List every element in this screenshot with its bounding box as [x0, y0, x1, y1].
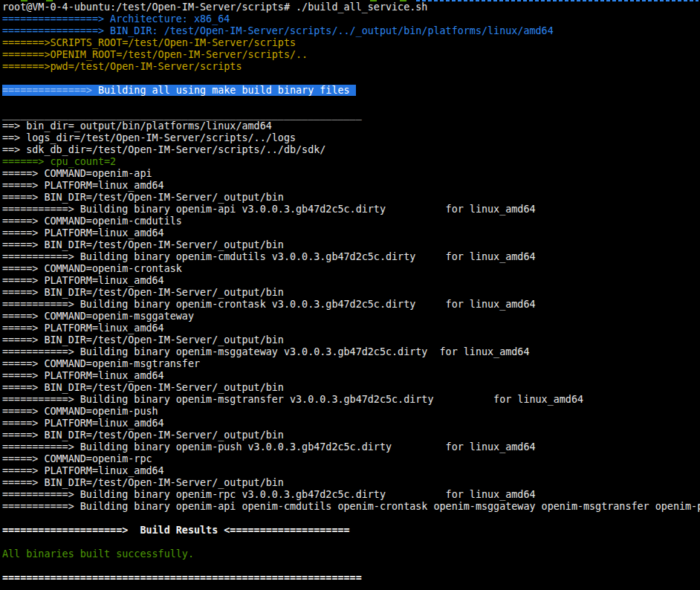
- terminal-line-text: ===========> Building binary openim-msgt…: [2, 394, 583, 405]
- terminal-line: =====> PLATFORM=linux_amd64: [2, 322, 700, 334]
- terminal-line-text: =====> COMMAND=openim-crontask: [2, 263, 182, 274]
- terminal-line: [2, 536, 700, 548]
- terminal-line: =====> COMMAND=openim-cmdutils: [2, 215, 700, 227]
- terminal-line: ==============> Building all using make …: [2, 85, 700, 97]
- terminal-line-text: =====> PLATFORM=linux_amd64: [2, 370, 164, 381]
- terminal-line-text: root@VM-0-4-ubuntu:/test/Open-IM-Server/…: [2, 1, 427, 13]
- terminal-line: =====> COMMAND=openim-msgtransfer: [2, 358, 700, 370]
- terminal-line: =====> COMMAND=openim-api: [2, 168, 700, 180]
- terminal-line-text: =====> BIN_DIR=/test/Open-IM-Server/_out…: [2, 382, 284, 393]
- terminal-line: =====> COMMAND=openim-msggateway: [2, 311, 700, 322]
- terminal-line: All binaries built successfully.: [2, 548, 700, 560]
- terminal-line: =====> PLATFORM=linux_amd64: [2, 227, 700, 239]
- terminal-line: ==> bin_dir=_output/bin/platforms/linux/…: [2, 120, 700, 132]
- terminal-line-text: ________________________________________…: [2, 108, 362, 120]
- terminal-line: =====> COMMAND=openim-crontask: [2, 263, 700, 275]
- terminal-line: ===========> Building binary openim-api …: [2, 204, 700, 215]
- terminal-line-text: ================> BIN_DIR: /test/Open-IM…: [2, 25, 554, 36]
- terminal-line-text: =======>SCRIPTS_ROOT=/test/Open-IM-Serve…: [2, 37, 296, 48]
- terminal-line: =====> BIN_DIR=/test/Open-IM-Server/_out…: [2, 239, 700, 251]
- terminal-line: ===========> Building binary openim-rpc …: [2, 489, 700, 501]
- terminal-line-text: =====> COMMAND=openim-rpc: [2, 453, 152, 464]
- terminal-line: ________________________________________…: [2, 108, 700, 120]
- terminal-line: ===========> Building binary openim-cron…: [2, 299, 700, 311]
- terminal-line: ================> BIN_DIR: /test/Open-IM…: [2, 25, 700, 37]
- terminal-line-text: =====> COMMAND=openim-push: [2, 406, 158, 417]
- terminal-line-text: All binaries built successfully.: [2, 548, 194, 560]
- terminal-line: [2, 560, 700, 572]
- terminal-line: [2, 97, 700, 108]
- terminal-line-text: =====> COMMAND=openim-msggateway: [2, 311, 194, 322]
- terminal-line: =====> BIN_DIR=/test/Open-IM-Server/_out…: [2, 382, 700, 394]
- terminal-line: =====> PLATFORM=linux_amd64: [2, 418, 700, 429]
- terminal-line: ====================> Build Results <===…: [2, 525, 700, 536]
- terminal-line: =====> BIN_DIR=/test/Open-IM-Server/_out…: [2, 334, 700, 346]
- terminal-line-text: Building all using make build binary fil…: [92, 85, 356, 96]
- terminal-line-text: =====> PLATFORM=linux_amd64: [2, 322, 164, 334]
- terminal-line: =====> PLATFORM=linux_amd64: [2, 370, 700, 382]
- terminal-line-text: ===========> Building binary openim-msgg…: [2, 346, 529, 357]
- terminal-line: =====> PLATFORM=linux_amd64: [2, 275, 700, 287]
- terminal-line-text: ======> cpu_count=2: [2, 156, 116, 167]
- terminal-line-text: ===========> Building binary openim-api …: [2, 501, 700, 512]
- terminal-line-text: =====> COMMAND=openim-cmdutils: [2, 215, 182, 227]
- terminal-line: =====> PLATFORM=linux_amd64: [2, 180, 700, 192]
- terminal-line-text: =====> BIN_DIR=/test/Open-IM-Server/_out…: [2, 477, 284, 488]
- terminal-line: ==> sdk_db_dir=/test/Open-IM-Server/scri…: [2, 144, 700, 156]
- terminal-line: =====> COMMAND=openim-push: [2, 406, 700, 418]
- terminal-line: =====> BIN_DIR=/test/Open-IM-Server/_out…: [2, 287, 700, 299]
- terminal-line: [2, 73, 700, 85]
- terminal-line-text: ==> logs_dir=/test/Open-IM-Server/script…: [2, 132, 296, 143]
- terminal-line: root@VM-0-4-ubuntu:/test/Open-IM-Server/…: [2, 1, 700, 13]
- terminal-line: ==> logs_dir=/test/Open-IM-Server/script…: [2, 132, 700, 144]
- terminal-line-text: =====> BIN_DIR=/test/Open-IM-Server/_out…: [2, 239, 284, 250]
- terminal-line: ===========> Building binary openim-cmdu…: [2, 251, 700, 263]
- terminal-line-text: ==============>: [2, 85, 92, 96]
- terminal-line-text: ===========> Building binary openim-push…: [2, 441, 536, 453]
- terminal-line: =====> PLATFORM=linux_amd64: [2, 465, 700, 477]
- terminal-line-text: ==> sdk_db_dir=/test/Open-IM-Server/scri…: [2, 144, 325, 155]
- terminal-line: =====> BIN_DIR=/test/Open-IM-Server/_out…: [2, 477, 700, 489]
- terminal-line-text: ========================================…: [2, 572, 362, 583]
- terminal-line: ===========> Building binary openim-msgg…: [2, 346, 700, 358]
- terminal-line-text: ===========> Building binary openim-cmdu…: [2, 251, 536, 262]
- terminal-line-text: =====> BIN_DIR=/test/Open-IM-Server/_out…: [2, 429, 284, 441]
- terminal-line-text: ==> bin_dir=_output/bin/platforms/linux/…: [2, 120, 272, 132]
- terminal-line-text: ====================> Build Results <===…: [2, 525, 350, 536]
- terminal-line-text: =====> BIN_DIR=/test/Open-IM-Server/_out…: [2, 334, 284, 346]
- terminal-line: =====> BIN_DIR=/test/Open-IM-Server/_out…: [2, 192, 700, 204]
- terminal-line: =====> COMMAND=openim-rpc: [2, 453, 700, 465]
- terminal-line-text: ================> Architecture: x86_64: [2, 13, 230, 25]
- terminal-line-text: =====> PLATFORM=linux_amd64: [2, 227, 164, 239]
- terminal-line-text: =======>pwd=/test/Open-IM-Server/scripts: [2, 61, 242, 72]
- terminal-line-text: =====> PLATFORM=linux_amd64: [2, 418, 164, 429]
- terminal-screen[interactable]: root@VM-0-4-ubuntu:/test/Open-IM-Server/…: [0, 0, 700, 590]
- terminal-line: ========================================…: [2, 572, 700, 584]
- terminal-line-text: =====> COMMAND=openim-api: [2, 168, 152, 179]
- terminal-line-text: =====> PLATFORM=linux_amd64: [2, 275, 164, 286]
- terminal-line-text: =====> BIN_DIR=/test/Open-IM-Server/_out…: [2, 192, 284, 203]
- terminal-line-text: =====> PLATFORM=linux_amd64: [2, 180, 164, 191]
- terminal-line: =====> BIN_DIR=/test/Open-IM-Server/_out…: [2, 429, 700, 441]
- terminal-line: =======>pwd=/test/Open-IM-Server/scripts: [2, 61, 700, 73]
- terminal-line: ===========> Building binary openim-msgt…: [2, 394, 700, 406]
- terminal-line: ======> cpu_count=2: [2, 156, 700, 168]
- terminal-line-text: =====> PLATFORM=linux_amd64: [2, 465, 164, 476]
- terminal-line-text: =====> COMMAND=openim-msgtransfer: [2, 358, 200, 369]
- terminal-output: root@VM-0-4-ubuntu:/test/Open-IM-Server/…: [2, 1, 700, 584]
- terminal-line: [2, 513, 700, 525]
- terminal-line: =======>OPENIM_ROOT=/test/Open-IM-Server…: [2, 49, 700, 61]
- terminal-line-text: ===========> Building binary openim-api …: [2, 204, 536, 215]
- terminal-line-text: ===========> Building binary openim-rpc …: [2, 489, 536, 500]
- terminal-line: ================> Architecture: x86_64: [2, 13, 700, 25]
- terminal-line-text: =====> BIN_DIR=/test/Open-IM-Server/_out…: [2, 287, 284, 298]
- terminal-line: =======>SCRIPTS_ROOT=/test/Open-IM-Serve…: [2, 37, 700, 49]
- terminal-line-text: =======>OPENIM_ROOT=/test/Open-IM-Server…: [2, 49, 308, 60]
- terminal-line: ===========> Building binary openim-push…: [2, 441, 700, 453]
- terminal-line-text: ===========> Building binary openim-cron…: [2, 299, 536, 310]
- terminal-line: ===========> Building binary openim-api …: [2, 501, 700, 513]
